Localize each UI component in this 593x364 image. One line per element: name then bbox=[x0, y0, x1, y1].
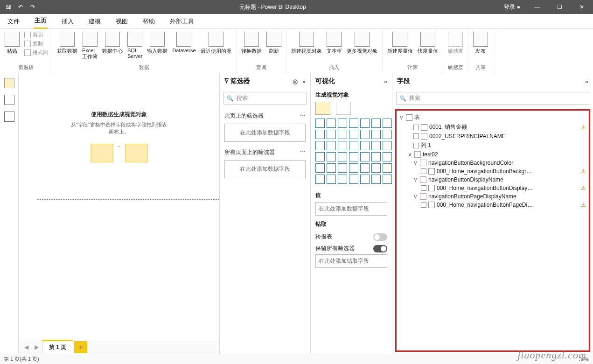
field-0001_销售金额[interactable]: 0001_销售金额⚠ bbox=[398, 122, 588, 132]
cross-report-toggle[interactable] bbox=[373, 233, 387, 241]
tab-help[interactable]: 帮助 bbox=[142, 14, 156, 28]
field-列 1[interactable]: 列 1 bbox=[398, 140, 588, 150]
page-filter-drop[interactable]: 在此处添加数据字段 bbox=[224, 124, 306, 142]
viz-type-17[interactable] bbox=[349, 141, 358, 150]
viz-type-25[interactable] bbox=[360, 152, 370, 161]
table-node[interactable]: ∨表 bbox=[398, 112, 588, 122]
insert-btn-2[interactable]: 更多视觉对象 bbox=[345, 31, 379, 56]
viz-type-28[interactable] bbox=[315, 163, 325, 173]
viz-type-11[interactable] bbox=[360, 130, 370, 139]
field-0002_USERPRINCIPALNAME[interactable]: 0002_USERPRINCIPALNAME bbox=[398, 132, 588, 140]
fields-search-input[interactable]: 🔍 搜索 bbox=[396, 92, 589, 105]
viz-type-5[interactable] bbox=[371, 119, 381, 128]
viz-type-22[interactable] bbox=[327, 152, 336, 161]
tab-insert[interactable]: 插入 bbox=[61, 14, 75, 28]
viz-type-12[interactable] bbox=[371, 130, 381, 139]
drill-drop[interactable]: 在此处添加钻取字段 bbox=[315, 254, 387, 268]
viz-type-10[interactable] bbox=[349, 130, 358, 139]
viz-type-30[interactable] bbox=[338, 163, 347, 173]
viz-type-1[interactable] bbox=[327, 119, 336, 128]
viz-type-23[interactable] bbox=[338, 152, 347, 161]
viz-type-18[interactable] bbox=[360, 141, 370, 150]
all-pages-filter-drop[interactable]: 在此处添加数据字段 bbox=[224, 160, 306, 178]
format-painter-button[interactable]: 格式刷 bbox=[23, 49, 49, 56]
viz-type-31[interactable] bbox=[349, 163, 358, 173]
tab-model[interactable]: 建模 bbox=[88, 14, 102, 28]
field-000_Home_navigationButtonBackgr…[interactable]: 000_Home_navigationButtonBackgr…⚠ bbox=[398, 167, 588, 175]
viz-type-34[interactable] bbox=[383, 163, 392, 173]
collapse-filters-icon[interactable]: » bbox=[302, 78, 306, 85]
collapse-viz-icon[interactable]: » bbox=[384, 78, 387, 85]
tab-external[interactable]: 外部工具 bbox=[169, 14, 195, 28]
copy-button[interactable]: 复制 bbox=[23, 40, 49, 48]
tab-file[interactable]: 文件 bbox=[7, 14, 21, 28]
data-btn-0[interactable]: 获取数据 bbox=[55, 31, 79, 56]
viz-type-6[interactable] bbox=[383, 119, 392, 128]
viz-type-36[interactable] bbox=[327, 175, 336, 184]
data-btn-1[interactable]: Excel工作簿 bbox=[80, 31, 99, 61]
page-prev-icon[interactable]: ◀ bbox=[21, 344, 31, 350]
viz-type-24[interactable] bbox=[349, 152, 358, 161]
data-view-icon[interactable] bbox=[4, 95, 14, 105]
add-page-button[interactable]: + bbox=[74, 341, 87, 353]
login-button[interactable]: 登录 ● bbox=[504, 3, 520, 11]
viz-type-19[interactable] bbox=[371, 141, 381, 150]
publish-button[interactable]: 发布 bbox=[471, 31, 490, 56]
query-btn-1[interactable]: 刷新 bbox=[265, 31, 283, 56]
viz-type-35[interactable] bbox=[315, 175, 325, 184]
sensitivity-button[interactable]: 敏感度 bbox=[446, 31, 465, 56]
values-drop[interactable]: 在此处添加数据字段 bbox=[315, 202, 387, 216]
data-btn-3[interactable]: SQLServer bbox=[126, 31, 144, 60]
eye-icon[interactable]: ◎ bbox=[293, 78, 298, 85]
field-test02[interactable]: ∨test02 bbox=[398, 150, 588, 159]
viz-type-15[interactable] bbox=[327, 141, 336, 150]
report-view-icon[interactable] bbox=[4, 78, 14, 88]
field-navigationButtonPageDisplayName[interactable]: ∨navigationButtonPageDisplayName bbox=[398, 192, 588, 201]
insert-btn-0[interactable]: 新建视觉对象 bbox=[289, 31, 324, 56]
viz-type-27[interactable] bbox=[383, 152, 392, 161]
viz-type-3[interactable] bbox=[349, 119, 358, 128]
viz-type-9[interactable] bbox=[338, 130, 347, 139]
viz-type-7[interactable] bbox=[315, 130, 325, 139]
field-000_Home_navigationButtonDisplay…[interactable]: 000_Home_navigationButtonDisplay…⚠ bbox=[398, 184, 588, 192]
page-tab-1[interactable]: 第 1 页 bbox=[42, 340, 73, 354]
data-btn-5[interactable]: Dataverse bbox=[170, 31, 197, 54]
viz-type-8[interactable] bbox=[327, 130, 336, 139]
viz-type-26[interactable] bbox=[371, 152, 381, 161]
filter-search-input[interactable]: 🔍 搜索 bbox=[223, 92, 307, 105]
field-navigationButtonBackgroundColor[interactable]: ∨navigationButtonBackgroundColor bbox=[398, 159, 588, 167]
viz-type-2[interactable] bbox=[338, 119, 347, 128]
more-icon[interactable]: ⋯ bbox=[300, 148, 306, 156]
save-icon[interactable]: 🖫 bbox=[3, 1, 14, 13]
page-next-icon[interactable]: ▶ bbox=[32, 344, 41, 350]
viz-type-41[interactable] bbox=[383, 175, 392, 184]
format-visual-mode[interactable] bbox=[336, 102, 351, 115]
paste-button[interactable]: 粘贴 bbox=[3, 31, 21, 56]
viz-type-40[interactable] bbox=[371, 175, 381, 184]
more-icon[interactable]: ⋯ bbox=[300, 112, 306, 120]
collapse-fields-icon[interactable]: » bbox=[585, 78, 588, 85]
query-btn-0[interactable]: 转换数据 bbox=[239, 31, 264, 56]
data-btn-4[interactable]: 输入数据 bbox=[145, 31, 169, 56]
maximize-icon[interactable]: ☐ bbox=[549, 0, 570, 14]
tab-view[interactable]: 视图 bbox=[115, 14, 129, 28]
undo-icon[interactable]: ↶ bbox=[15, 1, 26, 13]
viz-type-37[interactable] bbox=[338, 175, 347, 184]
data-btn-6[interactable]: 最近使用的源 bbox=[199, 31, 233, 56]
redo-icon[interactable]: ↷ bbox=[27, 1, 38, 13]
viz-type-38[interactable] bbox=[349, 175, 358, 184]
viz-type-14[interactable] bbox=[315, 141, 325, 150]
tab-home[interactable]: 主页 bbox=[34, 14, 48, 29]
viz-type-16[interactable] bbox=[338, 141, 347, 150]
data-btn-2[interactable]: 数据中心 bbox=[100, 31, 125, 56]
viz-type-32[interactable] bbox=[360, 163, 370, 173]
viz-type-0[interactable] bbox=[315, 119, 325, 128]
field-000_Home_navigationButtonPageDi…[interactable]: 000_Home_navigationButtonPageDi…⚠ bbox=[398, 201, 588, 209]
report-canvas[interactable]: 使用数据生成视觉对象 从"字段"窗格中选择字段或将字段拖到报表画布上。 → ◀ … bbox=[19, 73, 220, 354]
calc-btn-0[interactable]: 新建度量值 bbox=[385, 31, 415, 56]
minimize-icon[interactable]: — bbox=[527, 0, 547, 14]
insert-btn-1[interactable]: 文本框 bbox=[325, 31, 344, 56]
close-icon[interactable]: ✕ bbox=[572, 0, 592, 14]
viz-type-33[interactable] bbox=[371, 163, 381, 173]
build-visual-mode[interactable] bbox=[315, 102, 330, 115]
